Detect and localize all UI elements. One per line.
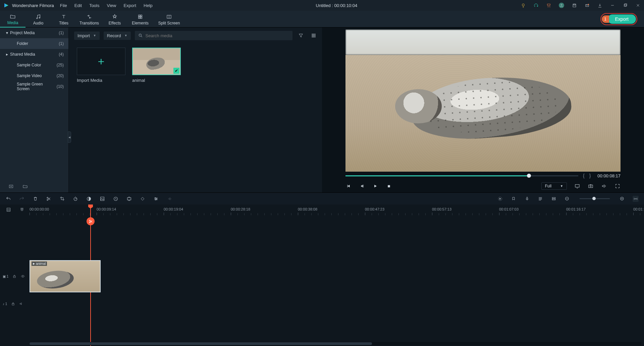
svg-rect-20	[312, 35, 313, 36]
chevron-down-icon: ▼	[124, 34, 127, 37]
lightbulb-icon[interactable]	[521, 3, 526, 8]
search-media[interactable]	[135, 31, 292, 40]
magnet-icon[interactable]	[19, 207, 25, 213]
save-icon[interactable]	[572, 3, 577, 8]
maximize-icon[interactable]	[623, 3, 628, 8]
ruler-tick: 00:00:19:04	[164, 207, 183, 211]
record-voice-icon[interactable]	[524, 196, 530, 202]
prev-frame-icon[interactable]	[345, 183, 352, 189]
voiceover-icon[interactable]	[166, 196, 172, 202]
ruler-tick: 00:00:57:13	[432, 207, 451, 211]
import-media-tile[interactable]: + Import Media	[77, 48, 125, 83]
new-folder-icon[interactable]	[22, 183, 28, 189]
lock-icon[interactable]	[12, 274, 16, 278]
notification-icon[interactable]	[584, 3, 590, 8]
export-button[interactable]: Export	[608, 14, 636, 24]
menu-view[interactable]: View	[107, 3, 116, 8]
tab-effects[interactable]: Effects	[102, 11, 127, 27]
preview-canvas[interactable]	[345, 30, 621, 172]
marker-icon[interactable]	[511, 196, 517, 202]
eye-icon[interactable]	[20, 274, 25, 278]
sidebar-item-sample-green-screen[interactable]: Sample Green Screen(10)	[0, 81, 68, 92]
headset-icon[interactable]	[533, 3, 539, 8]
mark-out-icon[interactable]: }	[589, 173, 591, 178]
tab-media[interactable]: Media	[0, 11, 25, 27]
display-icon[interactable]	[574, 183, 580, 189]
undo-icon[interactable]	[5, 196, 11, 202]
timeline: 00:00:00:0000:00:09:1400:00:19:0400:00:2…	[0, 205, 644, 346]
speed-icon[interactable]	[72, 196, 78, 202]
render-icon[interactable]	[497, 196, 503, 202]
sidebar-item-project-media[interactable]: ▾Project Media(1)	[0, 27, 68, 38]
sidebar-collapse-handle[interactable]: ◂	[68, 131, 71, 143]
adjust-icon[interactable]	[153, 196, 159, 202]
preview-timecode: 00:00:08:17	[597, 173, 621, 178]
account-icon[interactable]	[559, 3, 564, 8]
zoom-fit-icon[interactable]	[633, 196, 639, 202]
sidebar-item-folder[interactable]: Folder(1)	[0, 38, 68, 49]
download-icon[interactable]	[597, 3, 602, 8]
play-reverse-icon[interactable]	[359, 183, 365, 189]
tab-titles[interactable]: Titles	[51, 11, 76, 27]
sidebar-item-sample-video[interactable]: Sample Video(20)	[0, 70, 68, 81]
scrub-knob[interactable]	[527, 174, 531, 178]
minimize-icon[interactable]	[610, 3, 615, 8]
speaker-icon[interactable]	[19, 302, 23, 306]
cart-icon[interactable]	[546, 3, 551, 8]
preview-image	[345, 30, 621, 172]
timeline-scrollbar[interactable]	[30, 342, 641, 345]
preview-quality-dropdown[interactable]: Full▼	[541, 182, 567, 190]
green-screen-icon[interactable]	[99, 196, 105, 202]
zoom-in-icon[interactable]	[619, 196, 625, 202]
new-bin-icon[interactable]	[8, 183, 14, 189]
track-size-icon[interactable]	[551, 196, 557, 202]
redo-icon[interactable]	[19, 196, 25, 202]
tab-split-screen[interactable]: Split Screen	[153, 11, 185, 27]
menu-edit[interactable]: Edit	[74, 3, 82, 8]
delete-icon[interactable]	[32, 196, 38, 202]
record-dropdown[interactable]: Record▼	[104, 32, 131, 40]
fullscreen-icon[interactable]	[614, 183, 621, 189]
mixer-icon[interactable]	[537, 196, 543, 202]
snapshot-icon[interactable]	[588, 183, 594, 189]
audio-track-1[interactable]: ♪ 1	[0, 294, 644, 314]
ruler-tick: 00:00:47:23	[365, 207, 384, 211]
crop-icon[interactable]	[59, 196, 65, 202]
mark-in-icon[interactable]: {	[583, 173, 585, 178]
timeline-ruler[interactable]: 00:00:00:0000:00:09:1400:00:19:0400:00:2…	[30, 207, 644, 217]
menu-export[interactable]: Export	[123, 3, 136, 8]
tab-transitions[interactable]: Transitions	[76, 11, 102, 27]
close-icon[interactable]	[635, 3, 641, 8]
menu-help[interactable]: Help	[144, 3, 153, 8]
lock-icon[interactable]	[11, 302, 15, 306]
timeline-clip-animal[interactable]: ▶animal	[30, 260, 101, 292]
media-grid: + Import Media ✔ animal	[69, 41, 322, 192]
filter-icon[interactable]	[297, 31, 305, 40]
media-clip-animal[interactable]: ✔ animal	[132, 48, 181, 83]
app-name: Wondershare Filmora	[12, 3, 54, 8]
video-track-1[interactable]: ▣ 1 ▶animal	[0, 259, 644, 294]
stop-icon[interactable]	[386, 183, 392, 189]
import-dropdown[interactable]: Import▼	[74, 32, 100, 40]
tab-audio[interactable]: Audio	[25, 11, 51, 27]
grid-view-icon[interactable]	[309, 31, 318, 40]
split-icon[interactable]	[46, 196, 52, 202]
sidebar-item-sample-color[interactable]: Sample Color(25)	[0, 60, 68, 70]
search-input[interactable]	[146, 33, 289, 38]
keyframe-icon[interactable]	[140, 196, 146, 202]
zoom-out-icon[interactable]	[564, 196, 570, 202]
tab-elements[interactable]: Elements	[127, 11, 153, 27]
preview-scrubber[interactable]: { } 00:00:08:17	[322, 172, 644, 180]
color-icon[interactable]	[86, 196, 92, 202]
menu-tools[interactable]: Tools	[89, 3, 99, 8]
menu-file[interactable]: File	[60, 3, 67, 8]
zoom-slider[interactable]	[580, 198, 610, 199]
sidebar-item-shared-media[interactable]: ▸Shared Media(4)	[0, 49, 68, 60]
search-icon	[138, 33, 143, 38]
track-manager-icon[interactable]	[5, 207, 11, 213]
freeze-frame-icon[interactable]	[113, 196, 119, 202]
tile-label: Import Media	[77, 78, 125, 83]
play-icon[interactable]	[372, 183, 378, 189]
detach-audio-icon[interactable]	[126, 196, 132, 202]
volume-icon[interactable]	[601, 183, 607, 189]
